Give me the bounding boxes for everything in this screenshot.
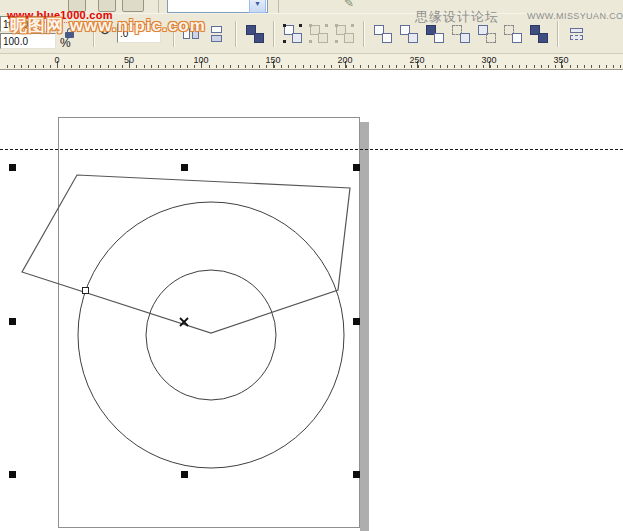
ruler-minor-tick [259, 65, 260, 68]
drawing-canvas[interactable] [0, 70, 623, 531]
ruler-minor-tick [555, 65, 556, 68]
ruler-minor-tick [136, 65, 137, 68]
simplify-button[interactable] [451, 24, 471, 44]
ruler-minor-tick [534, 65, 535, 68]
ruler-minor-tick [483, 65, 484, 68]
ruler-number: 250 [409, 55, 424, 65]
ruler-minor-tick [165, 65, 166, 68]
ungroup-button [309, 24, 329, 44]
selection-handle[interactable] [9, 471, 16, 478]
separator [273, 21, 275, 47]
save-icon[interactable] [68, 0, 86, 12]
ruler-minor-tick [591, 65, 592, 68]
ruler-minor-tick [418, 65, 419, 68]
toolbar-separator [158, 0, 159, 13]
separator [173, 21, 175, 47]
ruler-minor-tick [151, 65, 152, 68]
ruler-minor-tick [14, 65, 15, 68]
polygon-shape[interactable] [22, 175, 350, 333]
ruler-minor-tick [584, 65, 585, 68]
trim-button[interactable] [399, 24, 419, 44]
ruler-minor-tick [216, 65, 217, 68]
scale-lock-icon[interactable] [64, 27, 76, 39]
ruler-minor-tick [570, 65, 571, 68]
ruler-minor-tick [490, 65, 491, 68]
ruler-minor-tick [476, 65, 477, 68]
ruler-number: 300 [481, 55, 496, 65]
separator [557, 21, 559, 47]
ruler-minor-tick [469, 65, 470, 68]
weld-button[interactable] [373, 24, 393, 44]
selection-handle[interactable] [353, 318, 360, 325]
ruler-minor-tick [281, 65, 282, 68]
ruler-minor-tick [317, 65, 318, 68]
ruler-minor-tick [404, 65, 405, 68]
front-minus-back-button[interactable] [477, 24, 497, 44]
rotation-angle-field[interactable] [117, 24, 161, 43]
ruler-minor-tick [324, 65, 325, 68]
mirror-vertical-button[interactable] [207, 24, 227, 44]
selection-handle[interactable] [181, 164, 188, 171]
scale-horizontal-field[interactable] [0, 16, 56, 32]
export-icon[interactable] [98, 0, 116, 12]
ruler-minor-tick [310, 65, 311, 68]
ruler-minor-tick [382, 65, 383, 68]
ruler-minor-tick [64, 65, 65, 68]
selection-handle[interactable] [353, 164, 360, 171]
selection-handle[interactable] [9, 318, 16, 325]
selection-handle[interactable] [9, 164, 16, 171]
ruler-minor-tick [194, 65, 195, 68]
separator [363, 21, 365, 47]
back-minus-front-button[interactable] [503, 24, 523, 44]
ruler-minor-tick [447, 65, 448, 68]
combine-button[interactable] [245, 24, 265, 44]
ruler-minor-tick [108, 65, 109, 68]
ruler-minor-tick [375, 65, 376, 68]
ruler-minor-tick [339, 65, 340, 68]
ruler-minor-tick [28, 65, 29, 68]
ruler-number: 350 [553, 55, 568, 65]
scale-vertical-field[interactable] [0, 33, 56, 49]
horizontal-ruler[interactable]: 050100150200250300350 [0, 54, 623, 70]
ruler-minor-tick [613, 65, 614, 68]
outer-circle-shape[interactable] [78, 202, 344, 468]
ruler-minor-tick [505, 65, 506, 68]
ruler-minor-tick [238, 65, 239, 68]
ruler-minor-tick [606, 65, 607, 68]
ruler-minor-tick [303, 65, 304, 68]
combine-shapes-button[interactable] [529, 24, 549, 44]
ruler-minor-tick [223, 65, 224, 68]
ruler-minor-tick [411, 65, 412, 68]
ruler-minor-tick [541, 65, 542, 68]
ungroup-all-button [335, 24, 355, 44]
group-button[interactable] [283, 24, 303, 44]
ruler-minor-tick [100, 65, 101, 68]
ruler-minor-tick [7, 65, 8, 68]
ruler-number: 50 [124, 55, 134, 65]
ruler-minor-tick [50, 65, 51, 68]
to-back-button[interactable] [567, 24, 587, 44]
intersect-button[interactable] [425, 24, 445, 44]
ruler-number: 200 [337, 55, 352, 65]
inner-circle-shape[interactable] [146, 270, 276, 400]
ruler-minor-tick [526, 65, 527, 68]
mirror-horizontal-button[interactable] [181, 24, 201, 44]
ruler-minor-tick [461, 65, 462, 68]
zoom-dropdown-arrow-icon[interactable]: ▼ [249, 0, 266, 13]
ruler-minor-tick [389, 65, 390, 68]
selection-handle[interactable] [353, 471, 360, 478]
app-launcher-icon[interactable] [122, 0, 144, 12]
ruler-minor-tick [288, 65, 289, 68]
ruler-minor-tick [548, 65, 549, 68]
ruler-minor-tick [180, 65, 181, 68]
ruler-minor-tick [245, 65, 246, 68]
selection-handle[interactable] [181, 471, 188, 478]
pen-icon[interactable]: ✎ [344, 0, 354, 10]
ruler-minor-tick [396, 65, 397, 68]
curve-node-marker[interactable] [82, 287, 89, 294]
ruler-minor-tick [93, 65, 94, 68]
ruler-minor-tick [187, 65, 188, 68]
zoom-level-combo[interactable]: ▼ [167, 0, 268, 13]
separator [93, 21, 95, 47]
ruler-minor-tick [497, 65, 498, 68]
